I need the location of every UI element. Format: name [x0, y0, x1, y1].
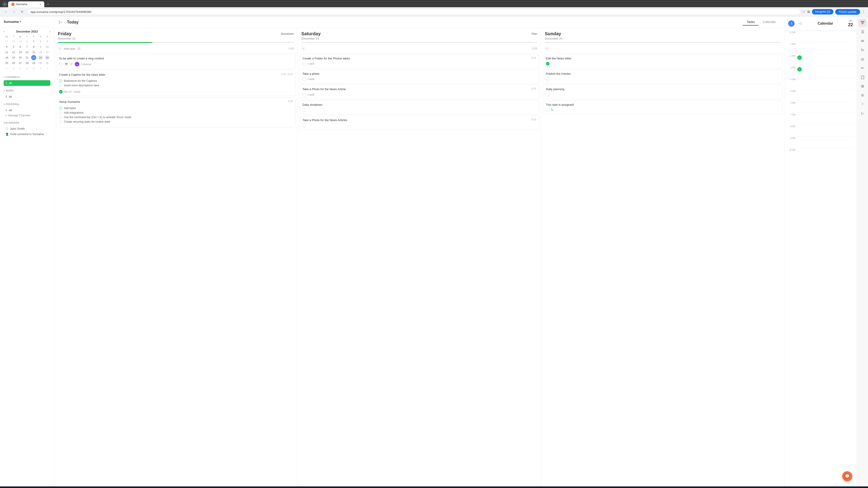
work-title[interactable]: ▾ WORK [4, 89, 51, 93]
cal-day[interactable]: 7 [45, 66, 50, 71]
tool-video-btn[interactable]: ▷ [859, 109, 867, 117]
task-check[interactable]: ✓ [546, 62, 550, 66]
active-tab[interactable]: Sunsama × [8, 1, 44, 7]
cal-day[interactable]: 9 [38, 44, 43, 49]
task-card[interactable]: To be able to create a vlog content 📅 ⏱ … [56, 54, 296, 69]
cal-day[interactable]: 26 [11, 61, 16, 66]
cal-day[interactable]: 28 [11, 39, 16, 44]
task-check[interactable] [303, 124, 306, 127]
tool-table-btn[interactable]: ⊞ [859, 82, 867, 90]
friday-shutdown-btn[interactable]: Shutdown [281, 32, 294, 35]
cal-day[interactable]: 14 [24, 50, 29, 55]
tool-refresh-btn[interactable]: ↻ [859, 46, 867, 54]
tab-calendar[interactable]: Calendar [759, 19, 780, 26]
reload-btn[interactable]: ↻ [19, 8, 25, 15]
task-card[interactable]: Edit the News letter ✓ [543, 54, 782, 68]
cal-day[interactable]: 29 [31, 61, 36, 66]
prev-month-btn[interactable]: ‹ [4, 30, 5, 33]
tab-tasks[interactable]: Tasks [743, 19, 759, 26]
tool-list-btn[interactable]: ☰ [859, 28, 867, 36]
saturday-add-task[interactable]: + 0:55 [298, 45, 541, 53]
task-card[interactable]: Take a photo # work [300, 69, 539, 84]
task-check[interactable] [546, 77, 550, 81]
task-card[interactable]: Setup Sunsama 0:20 ✓ Add tasks Add integ… [56, 97, 296, 127]
friday-add-task[interactable]: + Add task A 0:45 [54, 45, 298, 53]
cal-day[interactable]: 29 [18, 39, 23, 44]
channel-all[interactable]: # all [4, 80, 51, 86]
cal-day[interactable]: 2 [38, 39, 43, 44]
calendars-title[interactable]: CALENDARS [4, 121, 51, 125]
task-action-calendar[interactable]: 📅 [64, 62, 68, 66]
task-check[interactable]: ✓ [59, 90, 63, 94]
task-check[interactable] [59, 62, 63, 66]
cal-day[interactable]: 25 [4, 61, 9, 66]
cal-day[interactable]: 4 [24, 66, 29, 71]
tab-menu-btn[interactable]: ▼ [2, 2, 7, 7]
subtask-check[interactable] [59, 116, 62, 119]
task-check[interactable] [546, 93, 550, 96]
user-avatar[interactable]: J [788, 20, 795, 27]
task-card[interactable]: This task is assigned! ↻ [543, 100, 782, 114]
cal-day[interactable]: 15 [31, 50, 36, 55]
subtask-check[interactable] [59, 84, 62, 87]
manage-channels-btn[interactable]: + Manage Channels [4, 113, 51, 118]
cal-day[interactable]: 30 [38, 61, 43, 66]
subtask-check[interactable] [59, 120, 62, 123]
cal-day[interactable]: 6 [38, 66, 43, 71]
panel-expand-btn[interactable]: →| [796, 20, 803, 27]
tool-github-btn[interactable]: ⑂ [859, 100, 867, 108]
channel-work-all[interactable]: # all [4, 94, 51, 99]
cal-day[interactable]: 21 [24, 55, 29, 60]
tool-erase-btn[interactable]: ⊘ [859, 91, 867, 99]
cal-day[interactable]: 2 [11, 66, 16, 71]
tool-mail-btn[interactable]: ✉ [859, 37, 867, 45]
subtask-check[interactable]: ✓ [59, 79, 62, 83]
cal-day[interactable]: 5 [11, 44, 16, 49]
cal-day-today[interactable]: 22 [31, 55, 36, 60]
invite-btn[interactable]: 👤 Invite someone to Sunsama [4, 131, 51, 137]
tool-note-btn[interactable]: 📋 [859, 73, 867, 81]
task-action-purple[interactable]: ● [75, 62, 79, 66]
cal-day[interactable]: 1 [4, 66, 9, 71]
cal-day[interactable]: 27 [18, 61, 23, 66]
cal-day[interactable]: 4 [4, 44, 9, 49]
task-check[interactable] [303, 62, 306, 66]
extensions-icon[interactable]: ⊞ [807, 10, 810, 14]
channels-title[interactable]: ▾ CHANNELS [4, 75, 51, 79]
header-back-btn[interactable]: |← [59, 20, 63, 24]
tab-close-btn[interactable]: × [40, 3, 41, 6]
sunday-add-task[interactable]: + [541, 45, 784, 53]
cal-day[interactable]: 30 [24, 39, 29, 44]
cal-day[interactable]: 28 [24, 61, 29, 66]
cal-day[interactable]: 6 [18, 44, 23, 49]
task-card[interactable]: Publish the Articles [543, 69, 782, 84]
cal-day[interactable]: 5 [31, 66, 36, 71]
cal-day[interactable]: 3 [45, 39, 50, 44]
task-check[interactable] [303, 77, 306, 81]
task-card[interactable]: Create a Folder for the Photos takes 0:1… [300, 54, 539, 68]
app-title[interactable]: Sunsama ▾ [0, 17, 54, 27]
task-card[interactable]: Create a Caption for the news letter 0:1… [56, 70, 296, 96]
cal-day[interactable]: 8 [31, 44, 36, 49]
task-card[interactable]: Daily shutdown [300, 100, 539, 114]
task-card[interactable]: Take a Photo for the News Articles 0:20 [300, 116, 539, 130]
cal-day[interactable]: 7 [24, 44, 29, 49]
cal-day[interactable]: 16 [38, 50, 43, 55]
forward-btn[interactable]: → [11, 8, 17, 15]
task-check[interactable] [303, 93, 306, 96]
cal-day[interactable]: 17 [45, 50, 50, 55]
cal-day[interactable]: 19 [11, 55, 16, 60]
cal-day[interactable]: 31 [45, 61, 50, 66]
cal-day[interactable]: 20 [18, 55, 23, 60]
subtask-check[interactable]: ✓ [59, 107, 62, 110]
cal-day[interactable]: 11 [4, 50, 9, 55]
channel-personal-all[interactable]: # all [4, 107, 51, 113]
personal-title[interactable]: ▾ PERSONAL [4, 102, 51, 106]
url-bar[interactable]: app.sunsama.com/group/17031827644696380 [27, 9, 801, 15]
tool-calendar-btn[interactable]: 📅 [859, 19, 867, 27]
cal-day[interactable]: 3 [18, 66, 23, 71]
subtask-check[interactable] [59, 111, 62, 114]
cal-day[interactable]: 18 [4, 55, 9, 60]
calendar-john-smith[interactable]: John Smith [4, 126, 51, 131]
cal-day[interactable]: 13 [18, 50, 23, 55]
